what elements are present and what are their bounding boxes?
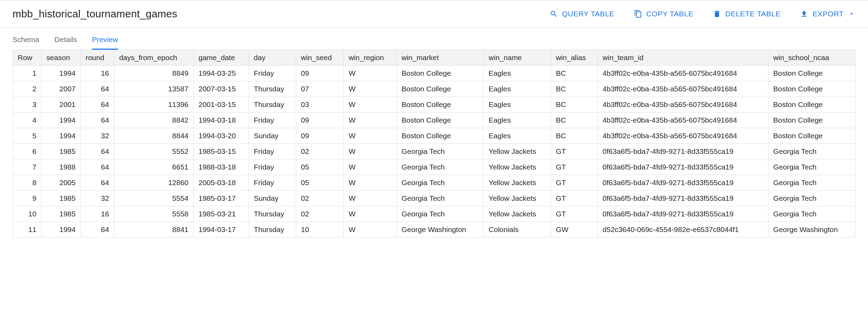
cell-win_market: Boston College <box>397 97 484 113</box>
tab-preview[interactable]: Preview <box>92 35 118 50</box>
table-row: 519943288441994-03-20Sunday09WBoston Col… <box>13 128 856 144</box>
cell-game_date: 1985-03-15 <box>193 144 249 159</box>
query-table-button[interactable]: QUERY TABLE <box>550 10 615 18</box>
cell-win_alias: GT <box>551 206 598 222</box>
cell-win_alias: GT <box>551 159 598 175</box>
cell-row: 7 <box>13 159 42 175</box>
cell-day: Thursday <box>249 81 296 97</box>
tab-details[interactable]: Details <box>55 35 77 50</box>
cell-win_school_ncaa: Georgia Tech <box>768 144 856 159</box>
column-header[interactable]: win_team_id <box>598 50 768 66</box>
cell-win_market: Boston College <box>397 66 484 81</box>
column-header[interactable]: win_seed <box>296 50 343 66</box>
cell-row: 2 <box>13 81 42 97</box>
cell-round: 32 <box>81 128 114 144</box>
tab-schema[interactable]: Schema <box>12 35 39 50</box>
cell-game_date: 1994-03-25 <box>193 66 249 81</box>
cell-day: Friday <box>249 66 296 81</box>
column-header[interactable]: days_from_epoch <box>114 50 194 66</box>
query-icon <box>550 10 558 18</box>
column-header[interactable]: win_market <box>397 50 484 66</box>
cell-win_alias: BC <box>551 81 598 97</box>
cell-win_alias: BC <box>551 66 598 81</box>
export-label: EXPORT <box>812 10 844 18</box>
cell-day: Thursday <box>249 222 296 238</box>
cell-win_region: W <box>344 144 397 159</box>
cell-day: Sunday <box>249 191 296 206</box>
cell-win_name: Yellow Jackets <box>484 206 551 222</box>
cell-win_seed: 05 <box>296 159 343 175</box>
cell-round: 64 <box>81 175 114 191</box>
cell-win_seed: 03 <box>296 97 343 113</box>
cell-season: 1994 <box>41 113 81 128</box>
cell-round: 16 <box>81 206 114 222</box>
cell-win_school_ncaa: Boston College <box>768 66 856 81</box>
cell-win_market: Boston College <box>397 81 484 97</box>
delete-icon <box>713 10 721 18</box>
column-header[interactable]: season <box>41 50 81 66</box>
cell-days_from_epoch: 5554 <box>114 191 194 206</box>
table-row: 919853255541985-03-17Sunday02WGeorgia Te… <box>13 191 856 206</box>
copy-icon <box>634 10 642 18</box>
copy-table-button[interactable]: COPY TABLE <box>634 10 694 18</box>
table-row: 1019851655581985-03-21Thursday02WGeorgia… <box>13 206 856 222</box>
cell-season: 1985 <box>41 144 81 159</box>
cell-win_alias: GT <box>551 191 598 206</box>
cell-season: 1994 <box>41 128 81 144</box>
cell-win_team_id: 0f63a6f5-bda7-4fd9-9271-8d33f555ca19 <box>598 191 768 206</box>
cell-win_name: Yellow Jackets <box>484 144 551 159</box>
cell-win_team_id: 0f63a6f5-bda7-4fd9-9271-8d33f555ca19 <box>598 144 768 159</box>
cell-win_seed: 09 <box>296 66 343 81</box>
cell-win_name: Eagles <box>484 81 551 97</box>
cell-win_market: George Washington <box>397 222 484 238</box>
cell-win_market: Georgia Tech <box>397 206 484 222</box>
cell-game_date: 1988-03-18 <box>193 159 249 175</box>
cell-game_date: 1985-03-21 <box>193 206 249 222</box>
table-row: 719886466511988-03-18Friday05WGeorgia Te… <box>13 159 856 175</box>
cell-game_date: 1994-03-18 <box>193 113 249 128</box>
cell-win_region: W <box>344 206 397 222</box>
cell-win_region: W <box>344 97 397 113</box>
cell-days_from_epoch: 8844 <box>114 128 194 144</box>
cell-day: Friday <box>249 175 296 191</box>
cell-win_school_ncaa: Boston College <box>768 128 856 144</box>
column-header[interactable]: game_date <box>193 50 249 66</box>
cell-day: Sunday <box>249 128 296 144</box>
column-header[interactable]: Row <box>13 50 42 66</box>
cell-season: 1985 <box>41 191 81 206</box>
column-header[interactable]: win_region <box>344 50 397 66</box>
cell-win_team_id: d52c3640-069c-4554-982e-e6537c8044f1 <box>598 222 768 238</box>
cell-game_date: 1985-03-17 <box>193 191 249 206</box>
export-button[interactable]: EXPORT <box>800 10 856 18</box>
cell-win_school_ncaa: Boston College <box>768 81 856 97</box>
cell-win_team_id: 0f63a6f5-bda7-4fd9-9271-8d33f555ca19 <box>598 159 768 175</box>
delete-table-button[interactable]: DELETE TABLE <box>713 10 781 18</box>
column-header[interactable]: win_alias <box>551 50 598 66</box>
cell-win_team_id: 4b3ff02c-e0ba-435b-a565-6075bc491684 <box>598 81 768 97</box>
cell-day: Thursday <box>249 97 296 113</box>
cell-win_seed: 02 <box>296 191 343 206</box>
column-header[interactable]: win_name <box>484 50 551 66</box>
cell-win_seed: 09 <box>296 113 343 128</box>
cell-row: 8 <box>13 175 42 191</box>
cell-win_team_id: 0f63a6f5-bda7-4fd9-9271-8d33f555ca19 <box>598 175 768 191</box>
cell-game_date: 2007-03-15 <box>193 81 249 97</box>
cell-win_name: Yellow Jackets <box>484 159 551 175</box>
cell-win_name: Eagles <box>484 113 551 128</box>
cell-win_name: Yellow Jackets <box>484 175 551 191</box>
cell-win_team_id: 4b3ff02c-e0ba-435b-a565-6075bc491684 <box>598 66 768 81</box>
cell-win_school_ncaa: Boston College <box>768 97 856 113</box>
cell-win_market: Boston College <box>397 128 484 144</box>
cell-round: 64 <box>81 159 114 175</box>
table-row: 1119946488411994-03-17Thursday10WGeorge … <box>13 222 856 238</box>
column-header[interactable]: day <box>249 50 296 66</box>
page-title: mbb_historical_tournament_games <box>12 8 177 20</box>
column-header[interactable]: round <box>81 50 114 66</box>
cell-win_name: Eagles <box>484 128 551 144</box>
column-header[interactable]: win_school_ncaa <box>768 50 856 66</box>
cell-season: 1985 <box>41 206 81 222</box>
cell-win_alias: BC <box>551 113 598 128</box>
cell-win_region: W <box>344 191 397 206</box>
cell-win_name: Eagles <box>484 97 551 113</box>
cell-game_date: 2005-03-18 <box>193 175 249 191</box>
